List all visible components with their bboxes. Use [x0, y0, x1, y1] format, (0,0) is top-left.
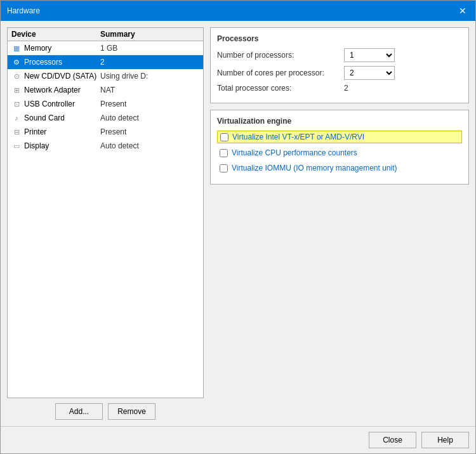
add-button[interactable]: Add... [55, 403, 103, 420]
close-button[interactable]: Close [369, 432, 416, 448]
total-cores-row: Total processor cores: 2 [217, 84, 462, 93]
main-area: Device Summary ▦ Memory 1 GB ⚙ Processor… [7, 27, 469, 420]
right-panel: Processors Number of processors: 1 2 4 8… [210, 27, 469, 420]
usb-label: USB Controller [24, 100, 75, 108]
num-processors-label: Number of processors: [217, 51, 344, 60]
printer-label: Printer [24, 127, 46, 136]
network-summary: NAT [100, 86, 199, 94]
dialog-content: Device Summary ▦ Memory 1 GB ⚙ Processor… [1, 21, 475, 426]
printer-summary: Present [100, 127, 199, 136]
cd-dvd-label: New CD/DVD (SATA) [24, 72, 96, 81]
network-icon: ⊞ [11, 85, 22, 95]
processors-label: Processors [24, 58, 62, 67]
usb-summary: Present [100, 100, 199, 108]
virt-option-vt-x: Virtualize Intel VT-x/EPT or AMD-V/RVI [217, 131, 462, 143]
virt-section: Virtualization engine Virtualize Intel V… [210, 110, 469, 185]
column-device: Device [11, 30, 100, 39]
vt-x-label[interactable]: Virtualize Intel VT-x/EPT or AMD-V/RVI [232, 133, 364, 141]
iommu-label[interactable]: Virtualize IOMMU (IO memory management u… [232, 164, 397, 172]
iommu-checkbox[interactable] [220, 164, 228, 172]
left-buttons: Add... Remove [7, 403, 204, 420]
memory-label: Memory [24, 44, 51, 53]
table-header: Device Summary [8, 28, 203, 41]
table-row[interactable]: ▭ Display Auto detect [8, 139, 203, 153]
display-label: Display [24, 141, 49, 150]
virt-option-cpu-perf: Virtualize CPU performance counters [217, 147, 462, 159]
cd-dvd-icon: ⊙ [11, 71, 22, 81]
printer-icon: ⊟ [11, 127, 22, 137]
cpu-perf-checkbox[interactable] [220, 149, 228, 157]
processors-summary: 2 [100, 58, 199, 67]
dialog-title: Hardware [7, 6, 40, 15]
processors-icon: ⚙ [11, 57, 22, 67]
table-row[interactable]: ♪ Sound Card Auto detect [8, 111, 203, 125]
num-processors-row: Number of processors: 1 2 4 8 [217, 48, 462, 62]
table-row[interactable]: ⚙ Processors 2 [8, 55, 203, 69]
dialog-footer: Close Help [1, 426, 475, 453]
table-row[interactable]: ⊙ New CD/DVD (SATA) Using drive D: [8, 69, 203, 83]
virt-option-iommu: Virtualize IOMMU (IO memory management u… [217, 162, 462, 174]
table-row[interactable]: ▦ Memory 1 GB [8, 41, 203, 55]
table-row[interactable]: ⊡ USB Controller Present [8, 97, 203, 111]
table-row[interactable]: ⊟ Printer Present [8, 125, 203, 139]
virt-title: Virtualization engine [217, 117, 462, 126]
sound-label: Sound Card [24, 114, 65, 122]
usb-icon: ⊡ [11, 99, 22, 109]
left-panel: Device Summary ▦ Memory 1 GB ⚙ Processor… [7, 27, 204, 420]
num-processors-select[interactable]: 1 2 4 8 [344, 48, 395, 62]
table-rows-container: ▦ Memory 1 GB ⚙ Processors 2 ⊙ New CD/DV… [8, 41, 203, 153]
close-icon[interactable]: ✕ [456, 4, 469, 17]
column-summary: Summary [100, 30, 199, 39]
cpu-perf-label[interactable]: Virtualize CPU performance counters [232, 148, 357, 157]
table-row[interactable]: ⊞ Network Adapter NAT [8, 83, 203, 97]
cd-dvd-summary: Using drive D: [100, 72, 199, 81]
num-cores-label: Number of cores per processor: [217, 68, 344, 77]
processors-title: Processors [217, 34, 462, 43]
title-bar: Hardware ✕ [1, 1, 475, 21]
vt-x-checkbox[interactable] [220, 133, 228, 141]
total-cores-value: 2 [344, 84, 382, 93]
device-table: Device Summary ▦ Memory 1 GB ⚙ Processor… [7, 27, 204, 398]
virt-options-container: Virtualize Intel VT-x/EPT or AMD-V/RVI V… [217, 131, 462, 174]
processors-section: Processors Number of processors: 1 2 4 8… [210, 27, 469, 103]
memory-icon: ▦ [11, 43, 22, 53]
sound-icon: ♪ [11, 113, 22, 123]
display-summary: Auto detect [100, 141, 199, 150]
hardware-dialog: Hardware ✕ Device Summary ▦ Memory 1 GB … [0, 0, 476, 454]
help-button[interactable]: Help [421, 432, 469, 448]
num-cores-select[interactable]: 1 2 4 8 [344, 66, 395, 80]
network-label: Network Adapter [24, 86, 81, 94]
sound-summary: Auto detect [100, 114, 199, 122]
num-cores-row: Number of cores per processor: 1 2 4 8 [217, 66, 462, 80]
remove-button[interactable]: Remove [108, 403, 155, 420]
total-cores-label: Total processor cores: [217, 84, 344, 93]
display-icon: ▭ [11, 141, 22, 151]
memory-summary: 1 GB [100, 44, 199, 53]
